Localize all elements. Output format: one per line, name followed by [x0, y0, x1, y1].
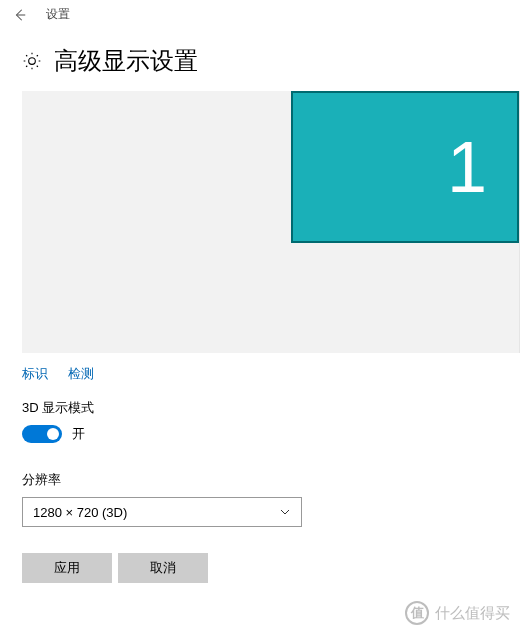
mode-3d-section: 3D 显示模式 开	[0, 393, 520, 465]
page-header: 高级显示设置	[0, 33, 520, 91]
watermark: 值 什么值得买	[405, 601, 510, 625]
gear-icon	[22, 51, 42, 71]
titlebar: 设置	[0, 0, 520, 33]
cancel-button[interactable]: 取消	[118, 553, 208, 583]
resolution-label: 分辨率	[22, 471, 498, 489]
watermark-text: 什么值得买	[435, 604, 510, 623]
resolution-section: 分辨率 1280 × 720 (3D)	[0, 465, 520, 553]
apply-button[interactable]: 应用	[22, 553, 112, 583]
mode-3d-toggle[interactable]	[22, 425, 62, 443]
watermark-icon: 值	[405, 601, 429, 625]
resolution-dropdown[interactable]: 1280 × 720 (3D)	[22, 497, 302, 527]
back-button[interactable]	[12, 7, 28, 23]
display-preview-area: 1	[22, 91, 520, 353]
monitor-1[interactable]: 1	[291, 91, 519, 243]
monitor-number: 1	[447, 126, 487, 208]
page-title: 高级显示设置	[54, 45, 198, 77]
resolution-value: 1280 × 720 (3D)	[33, 505, 127, 520]
mode-3d-label: 3D 显示模式	[22, 399, 498, 417]
mode-3d-state: 开	[72, 425, 85, 443]
arrow-left-icon	[13, 8, 27, 22]
action-buttons: 应用 取消	[0, 553, 520, 583]
mode-3d-toggle-row: 开	[22, 425, 498, 443]
chevron-down-icon	[279, 506, 291, 518]
identify-link[interactable]: 标识	[22, 365, 48, 383]
detect-link[interactable]: 检测	[68, 365, 94, 383]
window-title: 设置	[46, 6, 70, 23]
display-links: 标识 检测	[0, 353, 520, 393]
toggle-knob	[47, 428, 59, 440]
